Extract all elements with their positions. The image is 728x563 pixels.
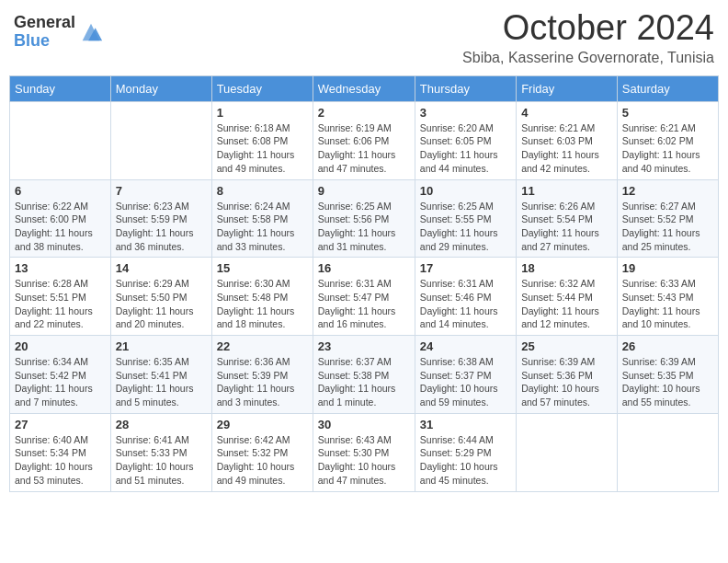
calendar-cell: 24Sunrise: 6:38 AM Sunset: 5:37 PM Dayli… [415, 336, 516, 414]
day-number: 2 [318, 106, 410, 120]
day-number: 24 [420, 339, 511, 353]
day-number: 8 [217, 184, 308, 198]
day-number: 23 [318, 339, 410, 353]
page-header: General Blue October 2024 Sbiba, Kasseri… [9, 9, 719, 66]
day-number: 7 [116, 184, 207, 198]
day-number: 11 [521, 184, 612, 198]
day-number: 1 [217, 106, 308, 120]
day-info: Sunrise: 6:23 AM Sunset: 5:59 PM Dayligh… [116, 200, 207, 254]
calendar-cell: 23Sunrise: 6:37 AM Sunset: 5:38 PM Dayli… [313, 336, 415, 414]
calendar-cell: 10Sunrise: 6:25 AM Sunset: 5:55 PM Dayli… [415, 179, 516, 258]
calendar-cell: 4Sunrise: 6:21 AM Sunset: 6:03 PM Daylig… [517, 101, 618, 179]
calendar-cell: 16Sunrise: 6:31 AM Sunset: 5:47 PM Dayli… [313, 258, 415, 336]
day-number: 28 [116, 418, 207, 431]
calendar-header-sunday: Sunday [10, 75, 111, 101]
day-info: Sunrise: 6:30 AM Sunset: 5:48 PM Dayligh… [217, 277, 308, 331]
calendar-cell: 8Sunrise: 6:24 AM Sunset: 5:58 PM Daylig… [211, 179, 313, 258]
calendar-cell: 26Sunrise: 6:39 AM Sunset: 5:35 PM Dayli… [617, 336, 718, 414]
calendar-cell [617, 413, 718, 491]
day-number: 3 [420, 106, 511, 120]
calendar-week-row: 27Sunrise: 6:40 AM Sunset: 5:34 PM Dayli… [10, 413, 719, 491]
day-number: 4 [521, 106, 612, 120]
calendar-header-friday: Friday [517, 75, 618, 101]
day-info: Sunrise: 6:39 AM Sunset: 5:35 PM Dayligh… [622, 355, 713, 409]
calendar-header-row: SundayMondayTuesdayWednesdayThursdayFrid… [10, 75, 719, 101]
day-info: Sunrise: 6:41 AM Sunset: 5:33 PM Dayligh… [116, 433, 207, 488]
day-info: Sunrise: 6:37 AM Sunset: 5:38 PM Dayligh… [318, 355, 410, 409]
calendar-week-row: 6Sunrise: 6:22 AM Sunset: 6:00 PM Daylig… [10, 179, 719, 258]
day-number: 25 [521, 339, 612, 353]
day-info: Sunrise: 6:36 AM Sunset: 5:39 PM Dayligh… [217, 355, 308, 409]
calendar-cell: 27Sunrise: 6:40 AM Sunset: 5:34 PM Dayli… [10, 413, 111, 491]
calendar-cell [517, 413, 618, 491]
calendar-header-monday: Monday [110, 75, 211, 101]
calendar-cell: 22Sunrise: 6:36 AM Sunset: 5:39 PM Dayli… [211, 336, 313, 414]
calendar-cell: 11Sunrise: 6:26 AM Sunset: 5:54 PM Dayli… [517, 179, 618, 258]
day-info: Sunrise: 6:31 AM Sunset: 5:46 PM Dayligh… [420, 277, 511, 331]
day-info: Sunrise: 6:38 AM Sunset: 5:37 PM Dayligh… [420, 355, 511, 409]
logo-general-text: General [14, 14, 75, 32]
day-info: Sunrise: 6:32 AM Sunset: 5:44 PM Dayligh… [521, 277, 612, 331]
day-number: 29 [217, 418, 308, 431]
calendar-cell: 6Sunrise: 6:22 AM Sunset: 6:00 PM Daylig… [10, 179, 111, 258]
day-number: 6 [15, 184, 106, 198]
logo-blue-text: Blue [14, 32, 75, 51]
day-number: 14 [116, 261, 207, 275]
day-info: Sunrise: 6:18 AM Sunset: 6:08 PM Dayligh… [217, 121, 308, 176]
day-number: 13 [15, 261, 106, 275]
calendar-cell: 18Sunrise: 6:32 AM Sunset: 5:44 PM Dayli… [517, 258, 618, 336]
calendar-cell: 28Sunrise: 6:41 AM Sunset: 5:33 PM Dayli… [110, 413, 211, 491]
calendar-week-row: 1Sunrise: 6:18 AM Sunset: 6:08 PM Daylig… [10, 101, 719, 179]
day-info: Sunrise: 6:42 AM Sunset: 5:32 PM Dayligh… [217, 433, 308, 488]
calendar-cell: 21Sunrise: 6:35 AM Sunset: 5:41 PM Dayli… [110, 336, 211, 414]
day-number: 5 [622, 106, 713, 120]
calendar-week-row: 13Sunrise: 6:28 AM Sunset: 5:51 PM Dayli… [10, 258, 719, 336]
logo: General Blue [14, 14, 104, 51]
day-number: 26 [622, 339, 713, 353]
day-info: Sunrise: 6:29 AM Sunset: 5:50 PM Dayligh… [116, 277, 207, 331]
calendar-cell: 9Sunrise: 6:25 AM Sunset: 5:56 PM Daylig… [313, 179, 415, 258]
calendar-cell: 7Sunrise: 6:23 AM Sunset: 5:59 PM Daylig… [110, 179, 211, 258]
day-number: 9 [318, 184, 410, 198]
day-info: Sunrise: 6:25 AM Sunset: 5:56 PM Dayligh… [318, 200, 410, 254]
calendar-cell: 29Sunrise: 6:42 AM Sunset: 5:32 PM Dayli… [211, 413, 313, 491]
day-info: Sunrise: 6:21 AM Sunset: 6:03 PM Dayligh… [521, 121, 612, 176]
day-info: Sunrise: 6:28 AM Sunset: 5:51 PM Dayligh… [15, 277, 106, 331]
day-info: Sunrise: 6:44 AM Sunset: 5:29 PM Dayligh… [420, 433, 511, 488]
day-number: 12 [622, 184, 713, 198]
day-info: Sunrise: 6:21 AM Sunset: 6:02 PM Dayligh… [622, 121, 713, 176]
day-number: 31 [420, 418, 511, 431]
day-number: 21 [116, 339, 207, 353]
day-info: Sunrise: 6:43 AM Sunset: 5:30 PM Dayligh… [318, 433, 410, 488]
day-info: Sunrise: 6:35 AM Sunset: 5:41 PM Dayligh… [116, 355, 207, 409]
calendar-cell [110, 101, 211, 179]
calendar-cell: 30Sunrise: 6:43 AM Sunset: 5:30 PM Dayli… [313, 413, 415, 491]
day-info: Sunrise: 6:31 AM Sunset: 5:47 PM Dayligh… [318, 277, 410, 331]
calendar-header-saturday: Saturday [617, 75, 718, 101]
calendar-cell: 12Sunrise: 6:27 AM Sunset: 5:52 PM Dayli… [617, 179, 718, 258]
day-number: 20 [15, 339, 106, 353]
calendar-cell: 3Sunrise: 6:20 AM Sunset: 6:05 PM Daylig… [415, 101, 516, 179]
day-info: Sunrise: 6:25 AM Sunset: 5:55 PM Dayligh… [420, 200, 511, 254]
calendar-cell: 13Sunrise: 6:28 AM Sunset: 5:51 PM Dayli… [10, 258, 111, 336]
day-number: 16 [318, 261, 410, 275]
day-number: 19 [622, 261, 713, 275]
day-info: Sunrise: 6:34 AM Sunset: 5:42 PM Dayligh… [15, 355, 106, 409]
calendar-cell: 15Sunrise: 6:30 AM Sunset: 5:48 PM Dayli… [211, 258, 313, 336]
day-info: Sunrise: 6:33 AM Sunset: 5:43 PM Dayligh… [622, 277, 713, 331]
calendar-cell: 14Sunrise: 6:29 AM Sunset: 5:50 PM Dayli… [110, 258, 211, 336]
day-number: 18 [521, 261, 612, 275]
calendar-cell: 17Sunrise: 6:31 AM Sunset: 5:46 PM Dayli… [415, 258, 516, 336]
day-info: Sunrise: 6:19 AM Sunset: 6:06 PM Dayligh… [318, 121, 410, 176]
calendar-cell: 31Sunrise: 6:44 AM Sunset: 5:29 PM Dayli… [415, 413, 516, 491]
day-number: 10 [420, 184, 511, 198]
day-info: Sunrise: 6:24 AM Sunset: 5:58 PM Dayligh… [217, 200, 308, 254]
calendar-cell: 2Sunrise: 6:19 AM Sunset: 6:06 PM Daylig… [313, 101, 415, 179]
calendar-cell: 5Sunrise: 6:21 AM Sunset: 6:02 PM Daylig… [617, 101, 718, 179]
day-info: Sunrise: 6:27 AM Sunset: 5:52 PM Dayligh… [622, 200, 713, 254]
day-number: 22 [217, 339, 308, 353]
calendar-cell [10, 101, 111, 179]
day-info: Sunrise: 6:20 AM Sunset: 6:05 PM Dayligh… [420, 121, 511, 176]
calendar-header-thursday: Thursday [415, 75, 516, 101]
calendar-header-tuesday: Tuesday [211, 75, 313, 101]
